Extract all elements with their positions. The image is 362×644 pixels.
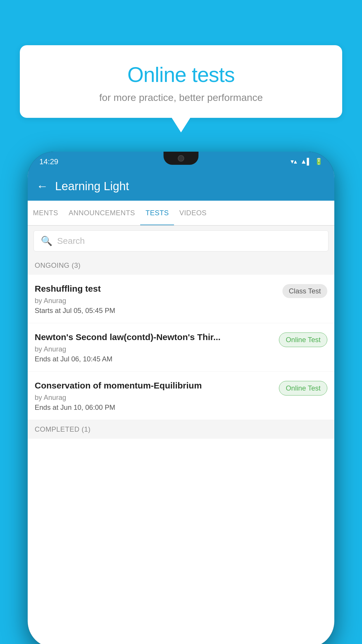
time-value: Jun 10, 06:00 PM	[60, 403, 115, 411]
test-time: Ends at Jun 10, 06:00 PM	[35, 403, 274, 412]
status-icons: ▾▴ ▲▌ 🔋	[291, 158, 323, 165]
test-name: Newton's Second law(contd)-Newton's Thir…	[35, 331, 274, 343]
time-label: Ends at	[35, 403, 58, 411]
test-item[interactable]: Newton's Second law(contd)-Newton's Thir…	[28, 323, 334, 372]
bubble-subtitle: for more practice, better performance	[31, 92, 331, 103]
tab-announcements[interactable]: ANNOUNCEMENTS	[64, 201, 140, 225]
back-button[interactable]: ←	[36, 180, 48, 193]
app-bar: ← Learning Light	[28, 172, 334, 201]
phone-screen: ← Learning Light MENTS ANNOUNCEMENTS TES…	[28, 172, 334, 644]
search-container: 🔍 Search	[28, 226, 334, 256]
test-time: Ends at Jul 06, 10:45 AM	[35, 355, 274, 363]
class-test-badge: Class Test	[282, 284, 327, 298]
test-name: Reshuffling test	[35, 283, 278, 294]
tab-ments[interactable]: MENTS	[28, 201, 64, 225]
test-info: Newton's Second law(contd)-Newton's Thir…	[35, 331, 274, 363]
app-bar-title: Learning Light	[55, 180, 129, 193]
online-test-badge: Online Test	[279, 332, 327, 347]
phone-notch	[164, 152, 198, 165]
speech-bubble-container: Online tests for more practice, better p…	[20, 45, 342, 118]
time-label: Starts at	[35, 307, 61, 314]
tab-videos[interactable]: VIDEOS	[174, 201, 212, 225]
phone-frame: 14:29 ▾▴ ▲▌ 🔋 ← Learning Light MENTS ANN…	[28, 152, 334, 644]
status-bar: 14:29 ▾▴ ▲▌ 🔋	[28, 152, 334, 172]
bubble-title: Online tests	[31, 63, 331, 87]
test-name: Conservation of momentum-Equilibrium	[35, 380, 274, 391]
completed-section-label: COMPLETED (1)	[28, 420, 334, 439]
test-info: Conservation of momentum-Equilibrium by …	[35, 380, 274, 412]
test-item[interactable]: Conservation of momentum-Equilibrium by …	[28, 372, 334, 420]
speech-bubble: Online tests for more practice, better p…	[20, 45, 342, 118]
time-value: Jul 06, 10:45 AM	[60, 355, 113, 363]
search-icon: 🔍	[41, 235, 52, 246]
test-list: Reshuffling test by Anurag Starts at Jul…	[28, 275, 334, 420]
wifi-icon: ▾▴	[291, 158, 297, 165]
search-placeholder: Search	[57, 236, 85, 246]
online-test-badge-2: Online Test	[279, 381, 327, 396]
test-author: by Anurag	[35, 393, 274, 402]
time-label: Ends at	[35, 355, 58, 363]
test-author: by Anurag	[35, 345, 274, 353]
camera	[178, 155, 184, 162]
test-item[interactable]: Reshuffling test by Anurag Starts at Jul…	[28, 275, 334, 323]
signal-icon: ▲▌	[301, 158, 311, 165]
status-time: 14:29	[39, 157, 58, 166]
tabs-container: MENTS ANNOUNCEMENTS TESTS VIDEOS	[28, 201, 334, 226]
ongoing-section-label: ONGOING (3)	[28, 256, 334, 275]
test-time: Starts at Jul 05, 05:45 PM	[35, 307, 278, 315]
time-value: Jul 05, 05:45 PM	[63, 307, 115, 314]
test-info: Reshuffling test by Anurag Starts at Jul…	[35, 283, 278, 315]
test-author: by Anurag	[35, 297, 278, 305]
battery-icon: 🔋	[315, 158, 323, 165]
search-bar[interactable]: 🔍 Search	[34, 230, 328, 251]
tab-tests[interactable]: TESTS	[140, 201, 174, 225]
